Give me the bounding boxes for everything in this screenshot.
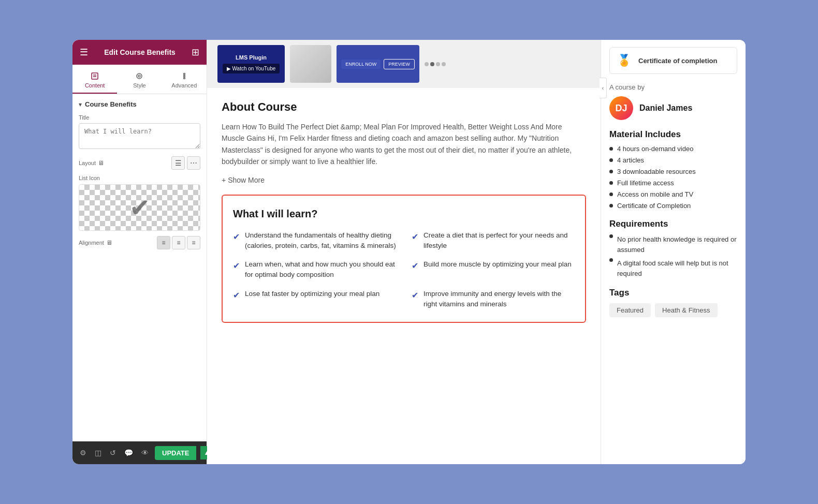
list-item: 3 downloadable resources: [609, 168, 737, 175]
tab-style[interactable]: Style: [117, 69, 162, 94]
dot-3: [436, 62, 440, 66]
show-more-btn[interactable]: + Show More: [222, 176, 586, 184]
author-row: DJ Daniel James: [609, 96, 737, 120]
list-item: ✔ Learn when, what and how much you shou…: [233, 259, 396, 280]
list-item: ✔ Understand the fundamentals of healthy…: [233, 230, 396, 251]
bottom-toolbar: ⚙ ◫ ↺ 💬 👁 UPDATE ▲: [72, 441, 207, 464]
dot-1: [425, 62, 429, 66]
list-icon-label: List Icon: [79, 175, 200, 181]
list-item: ✔ Improve immunity and energy levels wit…: [412, 289, 575, 310]
left-panel: ☰ Edit Course Benefits ⊞ Content Style: [72, 40, 207, 464]
list-item: ✔ Build more muscle by optimizing your m…: [412, 259, 575, 280]
list-item: No prior health knowledge is required or…: [609, 234, 737, 255]
enroll-btn[interactable]: ENROLL NOW: [341, 60, 381, 69]
dot-4: [442, 62, 446, 66]
align-left-btn[interactable]: ≡: [157, 236, 170, 249]
tag-health-fitness[interactable]: Heath & Fitness: [655, 303, 718, 317]
layers-icon[interactable]: ◫: [93, 447, 104, 459]
about-text: Learn How To Build The Perfect Diet &amp…: [222, 121, 586, 168]
list-item: A digital food scale will help but is no…: [609, 258, 737, 278]
course-benefits-toggle[interactable]: ▾ Course Benefits: [79, 100, 200, 108]
list-item: 4 articles: [609, 156, 737, 164]
tags-title: Tags: [609, 288, 737, 298]
list-layout-btn[interactable]: ☰: [171, 156, 185, 170]
tab-content[interactable]: Content: [72, 69, 117, 94]
author-section: A course by DJ Daniel James: [609, 83, 737, 120]
eye-icon[interactable]: 👁: [139, 447, 151, 459]
settings-icon[interactable]: ⚙: [78, 447, 89, 459]
benefits-title: What I will learn?: [233, 208, 575, 220]
svg-rect-0: [92, 73, 98, 79]
bullet-dot: [609, 170, 613, 173]
panel-tabs: Content Style Advanced: [72, 65, 207, 94]
svg-point-7: [183, 78, 185, 79]
tag-featured[interactable]: Featured: [609, 303, 651, 317]
benefits-box: What I will learn? ✔ Understand the fund…: [222, 195, 586, 323]
center-panel: LMS Plugin ▶ Watch on YouTube ENROLL NOW…: [207, 40, 601, 464]
material-list: 4 hours on-demand video 4 articles 3 dow…: [609, 145, 737, 210]
check-icon-2: ✔: [233, 260, 240, 272]
layout-label: Layout: [79, 160, 96, 166]
svg-point-6: [183, 76, 185, 77]
update-button[interactable]: UPDATE: [155, 446, 196, 460]
check-icon-1: ✔: [233, 231, 240, 243]
bullet-dot: [609, 192, 613, 196]
certificate-card: 🏅 Certificate of completion: [609, 47, 737, 74]
bullet-dot: [609, 234, 613, 238]
certificate-text: Certificate of completion: [638, 57, 717, 65]
bullet-dot: [609, 204, 613, 207]
about-title: About Course: [222, 100, 586, 114]
video-thumbnail-2[interactable]: [290, 45, 331, 83]
tags-section: Tags Featured Heath & Fitness: [609, 288, 737, 317]
youtube-logo: ▶ Watch on YouTube: [223, 64, 280, 73]
video-thumbnail-3[interactable]: ENROLL NOW PREVIEW: [337, 45, 419, 83]
grid-icon[interactable]: ⊞: [192, 47, 199, 58]
comment-icon[interactable]: 💬: [122, 447, 135, 459]
requirements-section: Requirements No prior health knowledge i…: [609, 219, 737, 278]
list-item: Certificate of Completion: [609, 202, 737, 210]
check-icon-4: ✔: [412, 231, 418, 243]
preview-btn[interactable]: PREVIEW: [384, 59, 415, 69]
hamburger-icon[interactable]: ☰: [80, 47, 88, 58]
benefits-grid: ✔ Understand the fundamentals of healthy…: [233, 230, 575, 310]
collapse-handle[interactable]: ‹: [600, 78, 607, 98]
title-field-label: Title: [79, 114, 200, 121]
checkmark-icon: ✔: [129, 193, 150, 222]
grid-layout-btn[interactable]: ⋯: [187, 156, 200, 170]
tab-advanced[interactable]: Advanced: [162, 69, 207, 94]
align-center-btn[interactable]: ≡: [172, 236, 185, 249]
panel-title: Edit Course Benefits: [104, 48, 176, 56]
bullet-dot: [609, 181, 613, 185]
bullet-dot: [609, 147, 613, 151]
list-icon-preview[interactable]: ✔: [79, 184, 200, 231]
list-item: Full lifetime access: [609, 179, 737, 187]
video-thumbnail-main[interactable]: LMS Plugin ▶ Watch on YouTube: [217, 45, 285, 83]
monitor-icon: 🖥: [98, 159, 104, 167]
right-panel: 🏅 Certificate of completion A course by …: [601, 40, 746, 464]
list-item: ✔ Lose fat faster by optimizing your mea…: [233, 289, 396, 310]
thumbnail-dots: [425, 62, 446, 66]
tags-row: Featured Heath & Fitness: [609, 303, 737, 317]
material-section: Material Includes 4 hours on-demand vide…: [609, 129, 737, 210]
author-name: Daniel James: [639, 103, 692, 113]
toggle-arrow: ▾: [79, 101, 82, 108]
material-title: Material Includes: [609, 129, 737, 140]
list-item: Access on mobile and TV: [609, 190, 737, 198]
requirements-title: Requirements: [609, 219, 737, 229]
avatar: DJ: [609, 96, 633, 120]
bullet-dot: [609, 158, 613, 162]
requirements-list: No prior health knowledge is required or…: [609, 234, 737, 278]
bullet-dot: [609, 258, 613, 262]
check-icon-5: ✔: [412, 260, 418, 272]
monitor-icon-align: 🖥: [106, 239, 112, 246]
check-icon-3: ✔: [233, 289, 240, 302]
dot-2: [430, 62, 434, 66]
course-content: About Course Learn How To Build The Perf…: [207, 88, 601, 464]
align-right-btn[interactable]: ≡: [187, 236, 200, 249]
history-icon[interactable]: ↺: [108, 447, 118, 459]
panel-header: ☰ Edit Course Benefits ⊞: [72, 40, 207, 65]
certificate-icon: 🏅: [617, 54, 631, 67]
list-item: 4 hours on-demand video: [609, 145, 737, 153]
alignment-label: Alignment: [79, 240, 104, 246]
title-input[interactable]: [79, 123, 200, 149]
